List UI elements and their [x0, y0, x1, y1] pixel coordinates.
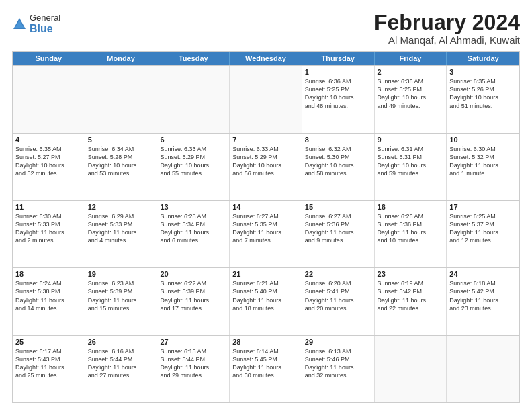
cell-info-line: Sunset: 5:34 PM — [160, 220, 226, 228]
logo: General Blue — [12, 13, 60, 35]
day-number: 21 — [232, 270, 299, 278]
cell-info-line: Sunset: 5:45 PM — [232, 355, 299, 363]
cell-info-line: Sunrise: 6:14 AM — [232, 347, 299, 355]
cell-info-line: Daylight: 11 hours — [305, 363, 371, 371]
cell-info-line: Sunrise: 6:22 AM — [160, 279, 226, 287]
cell-info-line: Sunrise: 6:30 AM — [15, 212, 82, 220]
calendar-cell-2-2: 13Sunrise: 6:28 AMSunset: 5:34 PMDayligh… — [157, 201, 230, 267]
calendar-cell-1-6: 10Sunrise: 6:30 AMSunset: 5:32 PMDayligh… — [447, 134, 519, 200]
cell-info-line: Daylight: 11 hours — [378, 228, 444, 236]
cell-info-line: Sunset: 5:33 PM — [15, 220, 82, 228]
calendar-cell-4-6 — [447, 336, 519, 402]
cell-info-line: and 58 minutes. — [305, 169, 371, 177]
calendar-cell-4-1: 26Sunrise: 6:16 AMSunset: 5:44 PMDayligh… — [85, 336, 158, 402]
cell-info-line: and 56 minutes. — [232, 169, 299, 177]
cell-info-line: and 29 minutes. — [160, 371, 226, 379]
cell-info-line: Sunset: 5:28 PM — [88, 153, 154, 161]
cell-info-line: Sunrise: 6:27 AM — [232, 212, 299, 220]
cell-info-line: Sunrise: 6:16 AM — [88, 347, 154, 355]
cell-info-line: Sunset: 5:31 PM — [378, 153, 444, 161]
cell-info-line: Sunrise: 6:36 AM — [305, 77, 371, 85]
calendar-cell-3-1: 19Sunrise: 6:23 AMSunset: 5:39 PMDayligh… — [85, 268, 158, 334]
calendar-row-2: 11Sunrise: 6:30 AMSunset: 5:33 PMDayligh… — [13, 200, 519, 267]
calendar-cell-4-2: 27Sunrise: 6:15 AMSunset: 5:44 PMDayligh… — [157, 336, 230, 402]
cell-info-line: Sunrise: 6:18 AM — [449, 279, 517, 287]
day-number: 24 — [449, 270, 517, 278]
calendar-cell-2-0: 11Sunrise: 6:30 AMSunset: 5:33 PMDayligh… — [13, 201, 85, 267]
cell-info-line: Daylight: 11 hours — [232, 228, 299, 236]
calendar-cell-4-3: 28Sunrise: 6:14 AMSunset: 5:45 PMDayligh… — [230, 336, 302, 402]
cell-info-line: Sunset: 5:44 PM — [160, 355, 226, 363]
cell-info-line: Sunrise: 6:31 AM — [378, 145, 444, 153]
cell-info-line: Sunset: 5:46 PM — [305, 355, 371, 363]
cell-info-line: and 32 minutes. — [305, 371, 371, 379]
cell-info-line: Sunset: 5:38 PM — [15, 287, 82, 295]
calendar-cell-0-2 — [157, 66, 230, 132]
day-number: 5 — [88, 136, 154, 144]
cell-info-line: Daylight: 10 hours — [378, 93, 444, 101]
day-header-sunday: Sunday — [13, 52, 85, 65]
day-number: 20 — [160, 270, 226, 278]
cell-info-line: Sunset: 5:39 PM — [88, 287, 154, 295]
cell-info-line: and 17 minutes. — [160, 304, 226, 312]
cell-info-line: and 53 minutes. — [88, 169, 154, 177]
calendar-cell-0-1 — [85, 66, 158, 132]
cell-info-line: Daylight: 11 hours — [15, 363, 82, 371]
cell-info-line: Sunrise: 6:35 AM — [15, 145, 82, 153]
day-header-thursday: Thursday — [302, 52, 375, 65]
calendar-cell-0-0 — [13, 66, 85, 132]
cell-info-line: Sunrise: 6:24 AM — [15, 279, 82, 287]
cell-info-line: Sunset: 5:25 PM — [305, 85, 371, 93]
cell-info-line: Sunset: 5:30 PM — [305, 153, 371, 161]
day-number: 23 — [378, 270, 444, 278]
cell-info-line: and 2 minutes. — [15, 236, 82, 244]
cell-info-line: and 10 minutes. — [378, 236, 444, 244]
cell-info-line: and 9 minutes. — [305, 236, 371, 244]
cell-info-line: Sunset: 5:39 PM — [160, 287, 226, 295]
calendar-cell-2-1: 12Sunrise: 6:29 AMSunset: 5:33 PMDayligh… — [85, 201, 158, 267]
cell-info-line: Sunset: 5:25 PM — [378, 85, 444, 93]
page: General Blue February 2024 Al Manqaf, Al… — [0, 0, 532, 411]
calendar-cell-0-5: 2Sunrise: 6:36 AMSunset: 5:25 PMDaylight… — [375, 66, 447, 132]
cell-info-line: Sunset: 5:37 PM — [449, 220, 517, 228]
logo-general-label: General — [30, 13, 60, 23]
cell-info-line: Sunrise: 6:27 AM — [305, 212, 371, 220]
cell-info-line: and 59 minutes. — [378, 169, 444, 177]
calendar-cell-4-5 — [375, 336, 447, 402]
day-number: 12 — [88, 203, 154, 211]
day-number: 3 — [449, 68, 517, 76]
cell-info-line: Sunrise: 6:29 AM — [88, 212, 154, 220]
cell-info-line: Sunset: 5:41 PM — [305, 287, 371, 295]
cell-info-line: Daylight: 10 hours — [232, 161, 299, 169]
day-header-friday: Friday — [375, 52, 447, 65]
cell-info-line: Sunrise: 6:35 AM — [449, 77, 517, 85]
calendar-body: 1Sunrise: 6:36 AMSunset: 5:25 PMDaylight… — [13, 65, 519, 402]
cell-info-line: Sunset: 5:29 PM — [160, 153, 226, 161]
cell-info-line: Sunrise: 6:33 AM — [160, 145, 226, 153]
day-number: 28 — [232, 338, 299, 346]
cell-info-line: Daylight: 10 hours — [305, 161, 371, 169]
cell-info-line: and 6 minutes. — [160, 236, 226, 244]
calendar-cell-2-5: 16Sunrise: 6:26 AMSunset: 5:36 PMDayligh… — [375, 201, 447, 267]
cell-info-line: and 20 minutes. — [305, 304, 371, 312]
header: General Blue February 2024 Al Manqaf, Al… — [12, 11, 520, 46]
calendar-cell-3-2: 20Sunrise: 6:22 AMSunset: 5:39 PMDayligh… — [157, 268, 230, 334]
cell-info-line: Sunset: 5:42 PM — [378, 287, 444, 295]
cell-info-line: and 12 minutes. — [449, 236, 517, 244]
cell-info-line: Sunrise: 6:19 AM — [378, 279, 444, 287]
day-number: 9 — [378, 136, 444, 144]
cell-info-line: Sunrise: 6:21 AM — [232, 279, 299, 287]
cell-info-line: Daylight: 11 hours — [160, 296, 226, 304]
cell-info-line: and 22 minutes. — [378, 304, 444, 312]
calendar-cell-2-6: 17Sunrise: 6:25 AMSunset: 5:37 PMDayligh… — [447, 201, 519, 267]
cell-info-line: Daylight: 10 hours — [378, 161, 444, 169]
calendar-cell-3-5: 23Sunrise: 6:19 AMSunset: 5:42 PMDayligh… — [375, 268, 447, 334]
calendar-row-4: 25Sunrise: 6:17 AMSunset: 5:43 PMDayligh… — [13, 335, 519, 402]
cell-info-line: Daylight: 11 hours — [88, 228, 154, 236]
day-number: 15 — [305, 203, 371, 211]
day-number: 19 — [88, 270, 154, 278]
day-number: 16 — [378, 203, 444, 211]
cell-info-line: Daylight: 11 hours — [449, 228, 517, 236]
cell-info-line: Sunset: 5:36 PM — [378, 220, 444, 228]
day-number: 8 — [305, 136, 371, 144]
